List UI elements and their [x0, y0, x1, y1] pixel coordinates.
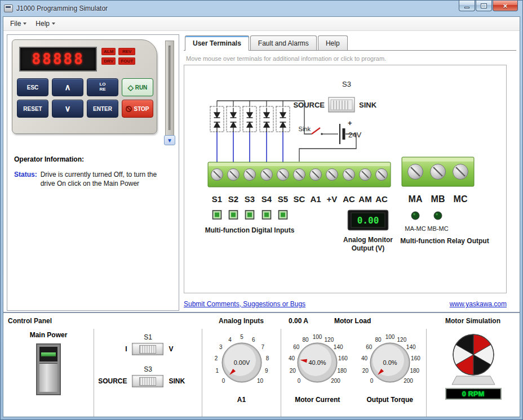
a1-knob[interactable]: 0123456789100.00V [202, 330, 281, 397]
sink-wire-label: Sink [299, 126, 311, 132]
motor-stand [452, 376, 495, 385]
drv-led: DRV [101, 57, 116, 65]
stop-button[interactable]: STOP [122, 100, 153, 118]
svg-text:4: 4 [228, 337, 232, 343]
motor-current-knob[interactable]: 02040608010012014016018020040.0% [282, 330, 352, 397]
relay-led-ma-mc [411, 212, 419, 220]
relay-output-caption: Multi-function Relay Output [400, 237, 489, 245]
chevron-down-icon [52, 23, 55, 25]
enter-button[interactable]: ENTER [87, 100, 118, 118]
minimize-button[interactable] [459, 1, 475, 11]
analog-monitor-display[interactable]: 0.00 [348, 210, 388, 230]
terminal-diagram: S3 SOURCE SINK Sink [184, 65, 506, 293]
terminal-screw[interactable] [244, 169, 256, 181]
terminal-screw[interactable] [343, 169, 355, 181]
s3-diagram-switch[interactable] [329, 97, 354, 112]
stop-icon [126, 106, 132, 112]
relay-led-label-ma-mc: MA-MC [405, 225, 426, 232]
close-button[interactable]: × [493, 1, 518, 11]
esc-button[interactable]: ESC [17, 78, 48, 96]
stop-label: STOP [134, 106, 149, 112]
terminal-screw[interactable] [228, 169, 240, 181]
analog-monitor-caption-2: Output (V) [352, 244, 385, 252]
terminal-screw[interactable] [360, 169, 371, 181]
titlebar[interactable]: J1000 Programming Simulator × [1, 1, 522, 16]
minimize-icon [464, 7, 469, 8]
sink-label: SINK [359, 101, 377, 109]
terminal-label-s3: S3 [245, 194, 255, 204]
relay-led-label-mb-mc: MB-MC [427, 225, 448, 232]
main-power-switch[interactable] [36, 343, 61, 395]
sink-switch-blade[interactable] [312, 128, 320, 134]
s1-switch-group: S1 I V [97, 333, 200, 362]
control-panel-headers: Control Panel Analog Inputs 0.00 A Motor… [3, 313, 520, 329]
svg-text:160: 160 [411, 355, 420, 361]
motor-simulation-header: Motor Simulation [426, 317, 520, 325]
control-panel-body: Main Power S1 I V [3, 329, 520, 417]
switches-section: S1 I V S3 SOURCE SINK [94, 329, 202, 417]
run-button[interactable]: RUN [122, 78, 153, 96]
terminal-screw[interactable] [431, 164, 446, 180]
terminal-screw[interactable] [376, 169, 388, 181]
window-title: J1000 Programming Simulator [16, 5, 108, 12]
down-arrow-button[interactable]: ∨ [52, 100, 83, 118]
keypad-display: 88888 [19, 47, 97, 72]
optocoupler-s5 [280, 108, 286, 132]
svg-text:40.0%: 40.0% [309, 359, 326, 366]
s1-toggle-switch[interactable] [132, 343, 163, 355]
digital-input-indicators [213, 211, 287, 219]
scroll-down-button[interactable]: ▼ [164, 135, 175, 145]
svg-text:80: 80 [303, 337, 309, 343]
menu-help[interactable]: Help [31, 18, 60, 29]
tab-user-terminals[interactable]: User Terminals [185, 35, 249, 51]
up-arrow-button[interactable]: ∧ [52, 78, 83, 96]
motor-graphic [445, 330, 502, 386]
yaskawa-link[interactable]: www.yaskawa.com [450, 300, 507, 308]
terminal-screw[interactable] [408, 164, 423, 180]
analog-monitor-caption-1: Analog Monitor [343, 236, 393, 244]
terminal-screw[interactable] [453, 164, 468, 180]
motor-simulation-section: 0 RPM [426, 329, 520, 417]
motor-load-section: 02040608010012014016018020040.0% Motor C… [281, 329, 426, 417]
terminal-screw[interactable] [294, 169, 305, 181]
menubar: File Help [3, 17, 520, 31]
optocoupler-s1 [214, 108, 220, 132]
status-label: Status: [14, 170, 37, 188]
s3-toggle-switch[interactable] [132, 375, 163, 387]
svg-text:60: 60 [293, 344, 300, 350]
close-icon: × [503, 2, 508, 10]
optocoupler-s2 [231, 108, 236, 132]
svg-text:80: 80 [375, 337, 382, 343]
comments-link[interactable]: Submit Comments, Suggestions or Bugs [184, 300, 305, 308]
window-controls: × [458, 1, 518, 11]
switch-grip [139, 377, 156, 386]
terminals-panel: User Terminals Fault and Alarms Help Mov… [184, 34, 516, 311]
drive-keypad: 88888 ALM REV DRV FOUT ESC ∧ [12, 39, 157, 134]
current-reading: 0.00 A [289, 317, 308, 325]
keypad-image: 88888 ALM REV DRV FOUT ESC ∧ [7, 35, 179, 148]
terminal-screw[interactable] [277, 169, 289, 181]
tab-help[interactable]: Help [318, 35, 348, 50]
maximize-button[interactable] [476, 1, 492, 11]
rev-led: REV [118, 48, 135, 55]
svg-text:5: 5 [240, 334, 243, 340]
terminal-screw[interactable] [326, 169, 338, 181]
svg-text:6: 6 [252, 337, 255, 343]
terminal-screw[interactable] [261, 169, 273, 181]
svg-text:180: 180 [410, 368, 419, 374]
reset-button[interactable]: RESET [17, 100, 48, 118]
output-torque-knob[interactable]: 0204060801001201401601802000.0% [355, 330, 425, 397]
menu-file[interactable]: File [6, 18, 31, 29]
control-panel-title: Control Panel [3, 317, 94, 325]
input-indicator [279, 211, 287, 219]
lore-button[interactable]: LO RE [87, 78, 118, 96]
input-indicator [246, 211, 254, 219]
fout-led: FOUT [118, 57, 135, 65]
terminal-screw[interactable] [310, 169, 322, 181]
terminal-screw[interactable] [211, 169, 223, 181]
svg-text:7: 7 [261, 344, 264, 350]
tab-fault-and-alarms[interactable]: Fault and Alarms [250, 35, 317, 50]
output-torque-label: Output Torque [367, 396, 413, 404]
a1-knob-label: A1 [237, 396, 246, 404]
input-indicator [263, 211, 271, 219]
